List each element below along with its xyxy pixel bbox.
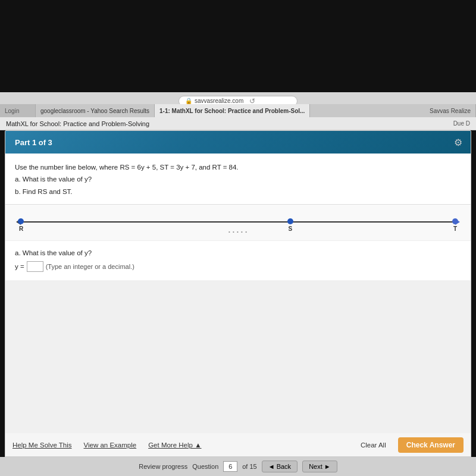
review-progress-label: Review progress (139, 463, 187, 470)
back-button[interactable]: ◄ Back (262, 461, 298, 472)
point-s-label: S (289, 226, 293, 232)
tab-login[interactable]: Login (0, 104, 36, 117)
next-button[interactable]: Next ► (302, 461, 337, 472)
question-number-input[interactable]: 6 (223, 461, 237, 472)
check-answer-button[interactable]: Check Answer (398, 437, 464, 453)
settings-icon[interactable]: ⚙ (454, 137, 462, 148)
part-label: Part 1 of 3 (15, 138, 52, 147)
number-line: R S T • • • • • (21, 211, 455, 234)
answer-area: a. What is the value of y? y = (Type an … (5, 241, 471, 280)
main-content: Part 1 of 3 ⚙ Use the number line below,… (5, 130, 471, 440)
problem-area: Use the number line below, where RS = 6y… (5, 154, 471, 205)
lock-icon: 🔒 (185, 98, 192, 104)
point-t-label: T (453, 226, 457, 232)
number-line-container: R S T • • • • • (5, 205, 471, 241)
problem-part-a-label: a. What is the value of y? (15, 174, 461, 184)
bottom-nav: Review progress Question 6 of 15 ◄ Back … (0, 457, 476, 476)
page-header: MathXL for School: Practice and Problem-… (0, 117, 476, 130)
problem-text: Use the number line below, where RS = 6y… (15, 162, 461, 173)
y-input[interactable] (27, 261, 43, 272)
browser-tabs: Login googleclassroom - Yahoo Search Res… (0, 104, 476, 117)
question-label: Question (192, 463, 218, 470)
clear-all-button[interactable]: Clear All (361, 441, 386, 449)
answer-hint: (Type an integer or a decimal.) (46, 263, 134, 270)
bottom-toolbar: Help Me Solve This View an Example Get M… (5, 433, 471, 457)
page-title: MathXL for School: Practice and Problem-… (6, 120, 149, 127)
problem-part-b-label: b. Find RS and ST. (15, 186, 461, 197)
part-header: Part 1 of 3 ⚙ (5, 131, 471, 154)
tab-savvas[interactable]: Savvas Realize (425, 104, 476, 117)
url-text: savvasrealize.com (195, 98, 243, 104)
due-text: Due D (453, 120, 470, 127)
question-a-label: a. What is the value of y? (15, 249, 461, 256)
tab-mathxl[interactable]: 1-1: MathXL for School: Practice and Pro… (155, 104, 310, 117)
y-equals-label: y = (15, 263, 24, 270)
view-example-link[interactable]: View an Example (84, 441, 137, 449)
tab-google[interactable]: googleclassroom - Yahoo Search Results (36, 104, 155, 117)
of-total-label: of 15 (242, 463, 256, 470)
expand-dots[interactable]: • • • • • (228, 229, 248, 234)
get-more-help-link[interactable]: Get More Help ▲ (148, 441, 201, 449)
help-solve-link[interactable]: Help Me Solve This (12, 441, 72, 449)
point-r-label: R (19, 226, 23, 232)
